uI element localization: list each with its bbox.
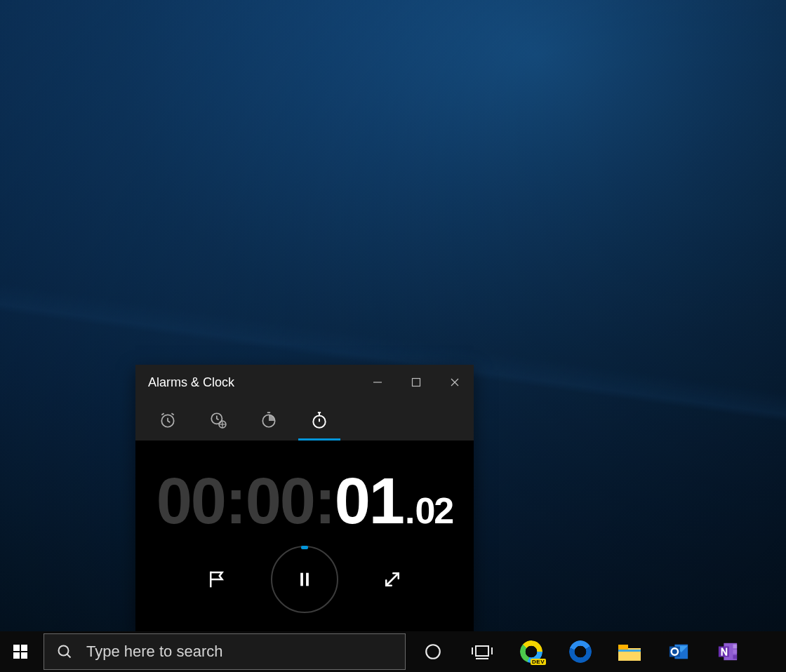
worldclock-icon: [209, 411, 227, 429]
onenote-icon: [717, 641, 738, 662]
expand-button[interactable]: [378, 565, 407, 594]
minimize-button[interactable]: [358, 365, 397, 400]
svg-rect-29: [733, 645, 738, 649]
svg-rect-12: [21, 645, 27, 651]
minimize-icon: [373, 377, 382, 387]
start-icon: [12, 643, 29, 660]
flag-icon: [206, 569, 227, 590]
cortana-icon: [424, 643, 442, 661]
file-explorer-button[interactable]: [605, 631, 654, 672]
maximize-button[interactable]: [397, 365, 435, 400]
stopwatch-minutes: 00: [246, 469, 314, 533]
svg-rect-11: [13, 645, 20, 651]
stopwatch-sep1: :: [225, 469, 246, 533]
search-input[interactable]: [85, 642, 405, 661]
stopwatch-centiseconds: 02: [415, 492, 453, 529]
svg-rect-24: [618, 650, 641, 652]
svg-rect-30: [733, 650, 738, 654]
svg-rect-1: [412, 379, 420, 387]
taskbar: DEV: [0, 631, 786, 672]
svg-rect-23: [618, 645, 628, 650]
stopwatch-seconds: 01: [335, 469, 404, 533]
edge-dev-button[interactable]: DEV: [507, 631, 556, 672]
stopwatch-time: 00 : 00 : 01 . 02: [156, 469, 453, 533]
alarms-clock-window: Alarms & Clock: [135, 365, 474, 631]
window-title: Alarms & Clock: [135, 375, 358, 390]
stopwatch-panel: 00 : 00 : 01 . 02: [135, 441, 474, 631]
svg-rect-9: [300, 573, 303, 586]
maximize-icon: [411, 377, 421, 387]
cortana-button[interactable]: [408, 631, 458, 672]
taskbar-pinned: DEV: [408, 631, 752, 672]
close-icon: [450, 377, 460, 387]
close-button[interactable]: [435, 365, 474, 400]
expand-icon: [382, 569, 403, 590]
outlook-button[interactable]: [654, 631, 703, 672]
lap-button[interactable]: [202, 565, 232, 594]
tab-stopwatch[interactable]: [294, 400, 345, 441]
timer-icon: [260, 411, 278, 429]
svg-rect-31: [733, 655, 738, 659]
edge-button[interactable]: [556, 631, 605, 672]
tab-strip: [135, 400, 474, 441]
svg-rect-18: [476, 646, 488, 656]
stopwatch-hours: 00: [156, 469, 225, 533]
pause-icon: [295, 570, 314, 589]
taskview-button[interactable]: [458, 631, 507, 672]
svg-point-17: [426, 645, 440, 659]
outlook-icon: [668, 641, 689, 662]
onenote-button[interactable]: [703, 631, 752, 672]
svg-line-16: [67, 654, 71, 658]
file-explorer-icon: [618, 643, 641, 661]
edge-dev-badge: DEV: [531, 659, 546, 665]
tab-timer[interactable]: [244, 400, 294, 441]
svg-rect-13: [13, 652, 20, 659]
taskview-icon: [471, 643, 493, 660]
taskbar-search[interactable]: [44, 633, 406, 670]
svg-point-15: [59, 646, 69, 656]
svg-rect-14: [21, 652, 27, 659]
pause-button[interactable]: [271, 546, 338, 613]
tab-alarm[interactable]: [142, 400, 193, 441]
tab-worldclock[interactable]: [193, 400, 244, 441]
svg-rect-10: [306, 573, 309, 586]
titlebar[interactable]: Alarms & Clock: [135, 365, 474, 400]
search-icon: [44, 643, 85, 660]
stopwatch-icon: [310, 411, 328, 429]
start-button[interactable]: [0, 631, 41, 672]
edge-icon: [569, 640, 592, 663]
stopwatch-controls: [202, 546, 407, 613]
stopwatch-sep3: .: [405, 492, 413, 529]
stopwatch-sep2: :: [314, 469, 335, 533]
alarm-icon: [159, 411, 177, 429]
